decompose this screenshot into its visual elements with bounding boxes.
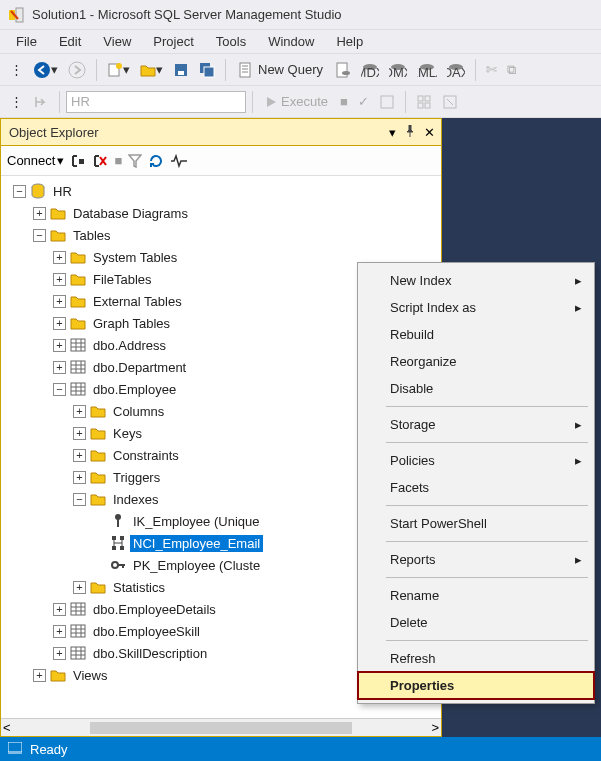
ctx-policies[interactable]: Policies▸	[358, 447, 594, 474]
scroll-thumb[interactable]	[90, 722, 352, 734]
use-db-icon[interactable]	[29, 90, 53, 114]
menu-project[interactable]: Project	[143, 31, 203, 52]
database-dropdown[interactable]: HR	[66, 91, 246, 113]
ctx-rebuild[interactable]: Rebuild	[358, 321, 594, 348]
expand-icon[interactable]: +	[73, 581, 86, 594]
separator	[475, 59, 476, 81]
nav-forward-button[interactable]	[64, 58, 90, 82]
svg-point-56	[112, 562, 118, 568]
node-label: Tables	[70, 227, 114, 244]
submenu-arrow-icon: ▸	[574, 552, 582, 567]
dax-icon[interactable]: DAX	[443, 58, 469, 82]
ctx-facets[interactable]: Facets	[358, 474, 594, 501]
tree-node-database[interactable]: − HR	[13, 180, 441, 202]
dmx-icon[interactable]: DMX	[385, 58, 411, 82]
expand-icon[interactable]: +	[53, 603, 66, 616]
xmla-icon[interactable]: XMLA	[413, 58, 441, 82]
ctx-storage[interactable]: Storage▸	[358, 411, 594, 438]
copy-icon[interactable]: ⧉	[503, 58, 520, 82]
node-label: Views	[70, 667, 110, 684]
expand-icon[interactable]: +	[53, 317, 66, 330]
execute-button[interactable]: Execute	[259, 90, 334, 114]
ctx-properties[interactable]: Properties	[358, 672, 594, 699]
ctx-start-powershell[interactable]: Start PowerShell	[358, 510, 594, 537]
expand-icon[interactable]: +	[53, 339, 66, 352]
mdx-icon[interactable]: MDX	[357, 58, 383, 82]
db-engine-query-icon[interactable]	[331, 58, 355, 82]
ctx-label: Rebuild	[390, 327, 434, 342]
horizontal-scrollbar[interactable]: < >	[1, 718, 441, 736]
open-file-button[interactable]: ▾	[136, 58, 167, 82]
ctx-label: Refresh	[390, 651, 436, 666]
grip-icon: ⋮	[6, 90, 27, 114]
expand-icon[interactable]: +	[73, 427, 86, 440]
collapse-icon[interactable]: −	[53, 383, 66, 396]
nonclustered-index-icon	[110, 535, 126, 551]
collapse-icon[interactable]: −	[13, 185, 26, 198]
filter-icon[interactable]	[128, 154, 142, 168]
activity-monitor-icon[interactable]	[170, 154, 188, 168]
object-explorer-tools: ▾ ✕	[389, 125, 435, 140]
collapse-icon[interactable]: −	[33, 229, 46, 242]
pin-icon[interactable]	[404, 125, 416, 140]
plan-icon[interactable]	[412, 90, 436, 114]
new-item-button[interactable]: ▾	[103, 58, 134, 82]
menu-help[interactable]: Help	[326, 31, 373, 52]
ctx-rename[interactable]: Rename	[358, 582, 594, 609]
ctx-new-index[interactable]: New Index▸	[358, 267, 594, 294]
estimated-plan-icon[interactable]	[375, 90, 399, 114]
cut-icon[interactable]: ✄	[482, 58, 501, 82]
refresh-icon[interactable]	[148, 153, 164, 169]
ctx-refresh[interactable]: Refresh	[358, 645, 594, 672]
stop-icon[interactable]: ■	[114, 153, 122, 168]
nav-back-button[interactable]: ▾	[29, 58, 62, 82]
menu-tools[interactable]: Tools	[206, 31, 256, 52]
scroll-left-icon[interactable]: <	[3, 720, 11, 735]
expand-icon[interactable]: +	[73, 471, 86, 484]
new-query-button[interactable]: New Query	[232, 58, 329, 82]
ctx-separator	[386, 505, 588, 506]
close-icon[interactable]: ✕	[424, 125, 435, 140]
ctx-delete[interactable]: Delete	[358, 609, 594, 636]
expand-icon[interactable]: +	[53, 295, 66, 308]
scroll-right-icon[interactable]: >	[431, 720, 439, 735]
expand-icon[interactable]: +	[33, 669, 46, 682]
ctx-script-index[interactable]: Script Index as▸	[358, 294, 594, 321]
svg-rect-48	[117, 519, 119, 527]
disconnect-server-icon[interactable]	[92, 153, 108, 169]
expand-icon[interactable]: +	[73, 405, 86, 418]
live-stats-icon[interactable]	[438, 90, 462, 114]
tree-node-tables[interactable]: − Tables	[33, 224, 441, 246]
ctx-disable[interactable]: Disable	[358, 375, 594, 402]
ctx-reorganize[interactable]: Reorganize	[358, 348, 594, 375]
connect-server-icon[interactable]	[70, 153, 86, 169]
expand-icon[interactable]: +	[33, 207, 46, 220]
connect-button[interactable]: Connect ▾	[7, 153, 64, 168]
expand-icon[interactable]: +	[53, 647, 66, 660]
database-dropdown-value: HR	[71, 94, 90, 109]
menu-edit[interactable]: Edit	[49, 31, 91, 52]
ctx-separator	[386, 442, 588, 443]
stop-icon[interactable]: ■	[336, 90, 352, 114]
expand-icon[interactable]: +	[53, 625, 66, 638]
menu-file[interactable]: File	[6, 31, 47, 52]
table-icon	[70, 623, 86, 639]
svg-rect-24	[418, 103, 423, 108]
expand-icon[interactable]: +	[53, 251, 66, 264]
collapse-icon[interactable]: −	[73, 493, 86, 506]
title-bar: Solution1 - Microsoft SQL Server Managem…	[0, 0, 601, 30]
parse-icon[interactable]: ✓	[354, 90, 373, 114]
svg-rect-21	[381, 96, 393, 108]
svg-rect-50	[120, 536, 124, 540]
save-button[interactable]	[169, 58, 193, 82]
expand-icon[interactable]: +	[53, 273, 66, 286]
save-all-button[interactable]	[195, 58, 219, 82]
menu-window[interactable]: Window	[258, 31, 324, 52]
tree-node-db-diagrams[interactable]: + Database Diagrams	[33, 202, 441, 224]
expand-icon[interactable]: +	[53, 361, 66, 374]
menu-view[interactable]: View	[93, 31, 141, 52]
panel-dropdown-icon[interactable]: ▾	[389, 125, 396, 140]
expand-icon[interactable]: +	[73, 449, 86, 462]
new-query-label: New Query	[258, 62, 323, 77]
ctx-reports[interactable]: Reports▸	[358, 546, 594, 573]
